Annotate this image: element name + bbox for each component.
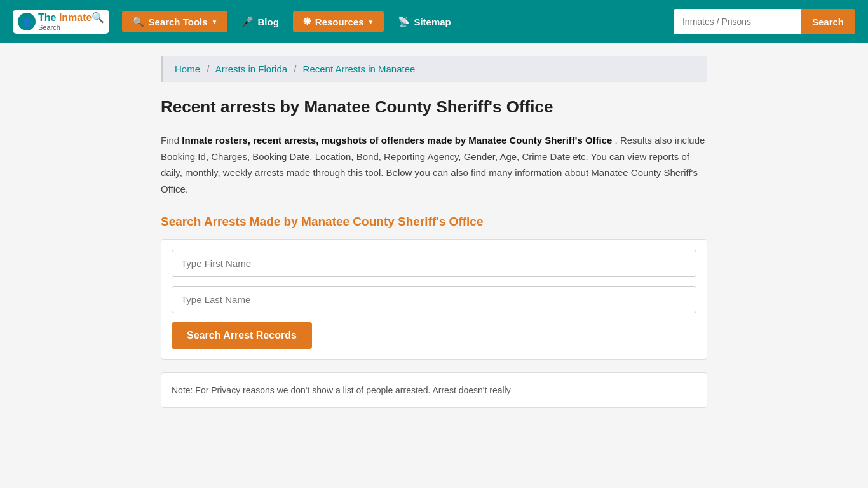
sitemap-link[interactable]: 📡 Sitemap [390,11,458,32]
search-tools-button[interactable]: 🔍 Search Tools ▼ [122,11,227,32]
breadcrumb: Home / Arrests in Florida / Recent Arres… [161,56,707,82]
last-name-input[interactable] [172,286,696,313]
note-text: Note: For Privacy reasons we don't show … [172,385,511,395]
chevron-down-icon-2: ▼ [368,18,374,25]
resources-button[interactable]: ❋ Resources ▼ [293,11,384,32]
blog-link[interactable]: 🎤 Blog [234,11,286,32]
search-tools-icon: 🔍 [132,16,144,27]
logo-icon: 👤 [18,13,36,30]
page-description: Find Inmate rosters, recent arrests, mug… [161,132,707,197]
breadcrumb-manatee[interactable]: Recent Arrests in Manatee [303,64,416,74]
search-form: Search Arrest Records [161,239,707,360]
breadcrumb-separator-2: / [294,64,296,74]
search-section-heading: Search Arrests Made by Manatee County Sh… [161,215,707,229]
chevron-down-icon: ▼ [212,18,218,25]
main-content: Home / Arrests in Florida / Recent Arres… [148,43,720,421]
blog-icon: 🎤 [241,16,254,27]
resources-icon: ❋ [303,16,311,27]
nav-search-area: Search [674,9,855,34]
nav-search-button[interactable]: Search [801,9,855,34]
breadcrumb-home[interactable]: Home [175,64,200,74]
navbar: 👤 The Inmate🔍 Search 🔍 Search Tools ▼ 🎤 … [0,0,868,43]
note-box: Note: For Privacy reasons we don't show … [161,372,707,408]
page-title: Recent arrests by Manatee County Sheriff… [161,97,707,117]
search-arrest-records-button[interactable]: Search Arrest Records [172,322,312,349]
sitemap-icon: 📡 [398,16,410,27]
first-name-input[interactable] [172,250,696,277]
nav-search-input[interactable] [674,9,801,34]
breadcrumb-florida[interactable]: Arrests in Florida [215,64,287,74]
logo-text: The Inmate🔍 [38,12,104,24]
logo-subtext: Search [38,24,104,31]
breadcrumb-separator-1: / [207,64,209,74]
logo[interactable]: 👤 The Inmate🔍 Search [13,10,109,34]
description-bold: Inmate rosters, recent arrests, mugshots… [182,135,612,146]
